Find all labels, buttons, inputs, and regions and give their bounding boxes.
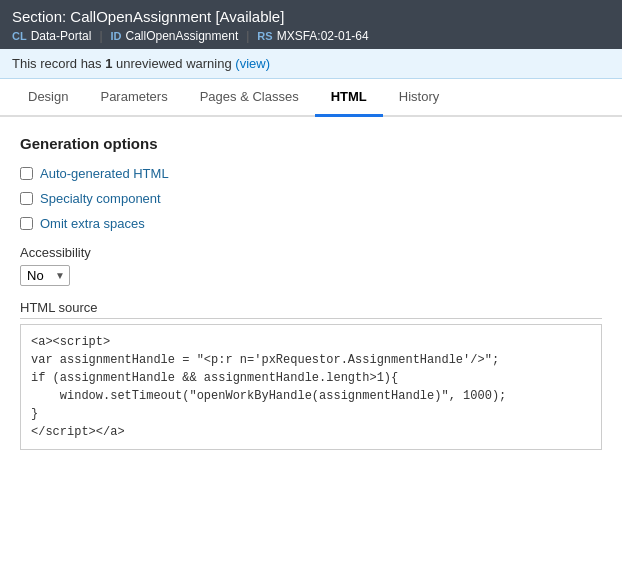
option-auto-generated: Auto-generated HTML [20, 166, 602, 181]
option-omit-spaces: Omit extra spaces [20, 216, 602, 231]
meta-sep-2: | [246, 29, 249, 43]
auto-generated-checkbox[interactable] [20, 167, 33, 180]
warning-prefix: This record has [12, 56, 102, 71]
cl-label: CL [12, 30, 27, 42]
warning-count: 1 [105, 56, 112, 71]
id-label: ID [111, 30, 122, 42]
warning-view-link[interactable]: (view) [235, 56, 270, 71]
main-content: Generation options Auto-generated HTML S… [0, 117, 622, 462]
meta-rs: RS MXSFA:02-01-64 [257, 29, 368, 43]
rs-label: RS [257, 30, 272, 42]
accessibility-label: Accessibility [20, 245, 602, 260]
tab-pages-classes[interactable]: Pages & Classes [184, 79, 315, 117]
accessibility-select-wrapper[interactable]: No Yes ▼ [20, 265, 70, 286]
id-value: CallOpenAssignment [126, 29, 239, 43]
rs-value: MXSFA:02-01-64 [277, 29, 369, 43]
accessibility-section: Accessibility No Yes ▼ [20, 245, 602, 286]
auto-generated-label: Auto-generated HTML [40, 166, 169, 181]
warning-banner: This record has 1 unreviewed warning (vi… [0, 49, 622, 79]
omit-spaces-label: Omit extra spaces [40, 216, 145, 231]
header: Section: CallOpenAssignment [Available] … [0, 0, 622, 49]
tabs-bar: Design Parameters Pages & Classes HTML H… [0, 79, 622, 117]
select-arrow-icon: ▼ [55, 270, 65, 281]
html-source-label: HTML source [20, 300, 602, 319]
page-title: Section: CallOpenAssignment [Available] [12, 8, 610, 25]
header-meta: CL Data-Portal | ID CallOpenAssignment |… [12, 29, 610, 43]
specialty-label: Specialty component [40, 191, 161, 206]
omit-spaces-checkbox[interactable] [20, 217, 33, 230]
meta-cl: CL Data-Portal [12, 29, 91, 43]
meta-sep-1: | [99, 29, 102, 43]
tab-history[interactable]: History [383, 79, 455, 117]
option-specialty: Specialty component [20, 191, 602, 206]
html-source-code[interactable]: <a><script> var assignmentHandle = "<p:r… [20, 324, 602, 450]
warning-middle: unreviewed warning [116, 56, 232, 71]
accessibility-select[interactable]: No Yes [27, 268, 53, 283]
specialty-checkbox[interactable] [20, 192, 33, 205]
cl-value: Data-Portal [31, 29, 92, 43]
generation-options-title: Generation options [20, 135, 602, 152]
tab-parameters[interactable]: Parameters [84, 79, 183, 117]
tab-html[interactable]: HTML [315, 79, 383, 117]
tab-design[interactable]: Design [12, 79, 84, 117]
meta-id: ID CallOpenAssignment [111, 29, 239, 43]
